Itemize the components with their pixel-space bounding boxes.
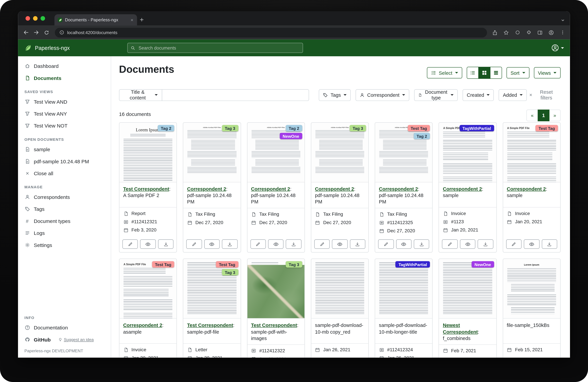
pagination-page-1-button[interactable]: 1	[538, 110, 549, 121]
search-input[interactable]	[138, 45, 300, 51]
bookmark-star-icon[interactable]	[502, 27, 511, 38]
added-filter-button[interactable]: Added	[499, 89, 527, 101]
download-button[interactable]	[222, 240, 237, 249]
tag-badge[interactable]: Tag 2	[414, 133, 430, 139]
user-menu[interactable]	[551, 44, 564, 52]
download-button[interactable]	[350, 240, 365, 249]
correspondent-link[interactable]: Correspondent 2	[315, 186, 354, 192]
correspondent-link[interactable]: Correspondent 2	[187, 186, 226, 192]
zoom-window-button[interactable]	[41, 16, 45, 21]
tag-badge[interactable]: Tag 3	[222, 269, 238, 276]
download-button[interactable]	[286, 240, 302, 249]
tag-badge[interactable]: Test Tag	[216, 261, 238, 268]
correspondent-link[interactable]: Correspondent 2	[251, 186, 290, 192]
sidebar-item-close-all[interactable]: Close all	[18, 167, 111, 179]
sidebar-item-github[interactable]: GitHub Suggest an idea	[18, 334, 111, 345]
site-info-icon[interactable]	[59, 30, 64, 35]
sidebar-item-open-document-sample[interactable]: sample	[18, 143, 111, 155]
created-filter-button[interactable]: Created	[462, 89, 494, 101]
forward-icon[interactable]	[31, 27, 41, 38]
menu-kebab-icon[interactable]	[558, 27, 567, 38]
view-button[interactable]	[140, 240, 156, 249]
document-title-text[interactable]: sample-pdf-download-10-mb copy_red	[315, 322, 363, 335]
download-button[interactable]	[414, 240, 429, 249]
view-button[interactable]	[268, 240, 284, 249]
views-button[interactable]: Views	[534, 67, 561, 79]
back-icon[interactable]	[21, 27, 31, 38]
sidebar-item-tags[interactable]: Tags	[18, 203, 111, 215]
browser-tab[interactable]: Documents - Paperless-ngx	[54, 14, 137, 25]
close-window-button[interactable]	[25, 16, 30, 21]
edit-button[interactable]	[187, 240, 202, 249]
correspondent-link[interactable]: Correspondent 2	[507, 186, 546, 192]
sidebar-item-open-document-pdf-sample[interactable]: pdf-sample 10.24.48 PM	[18, 155, 111, 167]
correspondent-link[interactable]: Test Correspondent	[187, 322, 233, 328]
title-content-input[interactable]	[162, 89, 309, 101]
view-detail-button[interactable]	[490, 67, 502, 79]
sidebar-item-test-view-any[interactable]: Test View ANY	[18, 108, 111, 120]
document-thumbnail[interactable]: Lorem ipsum	[503, 259, 560, 319]
tag-badge[interactable]: Tag 2	[286, 125, 302, 131]
edit-button[interactable]	[442, 240, 458, 249]
document-type-filter-button[interactable]: Document type	[414, 89, 458, 101]
circle-icon[interactable]	[513, 27, 522, 38]
view-button[interactable]	[524, 240, 539, 249]
document-title-text[interactable]: sample-pdf-download-10-mb-longer-title	[379, 322, 427, 335]
document-thumbnail[interactable]: A Simple PDF FileTest Tag	[119, 259, 176, 319]
tab-close-icon[interactable]	[130, 18, 134, 21]
view-list-button[interactable]	[467, 67, 479, 79]
correspondent-link[interactable]: Correspondent 2	[443, 186, 482, 192]
tag-badge[interactable]: Test Tag	[152, 261, 174, 268]
correspondent-link[interactable]: Newest Correspondent	[443, 322, 478, 335]
document-thumbnail[interactable]: Adobe Acrobat PDF FilesTag 3	[183, 123, 241, 182]
download-button[interactable]	[158, 240, 174, 249]
sidebar-item-test-view-and[interactable]: Test View AND	[18, 96, 111, 108]
tab-search-chevron-icon[interactable]	[561, 18, 565, 22]
document-thumbnail[interactable]	[311, 259, 368, 319]
correspondent-link[interactable]: Correspondent 2	[123, 322, 162, 328]
new-tab-button[interactable]	[138, 16, 146, 24]
correspondent-link[interactable]: Test Correspondent	[251, 322, 297, 328]
sidebar-item-correspondents[interactable]: Correspondents	[18, 191, 111, 203]
view-button[interactable]	[204, 240, 220, 249]
tag-badge[interactable]: Test Tag	[408, 125, 430, 131]
document-title-text[interactable]: file-sample_150kBs	[507, 322, 549, 328]
correspondent-link[interactable]: Correspondent 2	[379, 186, 418, 192]
tag-badge[interactable]: Tag 2	[158, 125, 174, 131]
document-thumbnail[interactable]: A Simple PDF FileTagWithPartial	[439, 123, 496, 182]
document-thumbnail[interactable]: NewOne	[439, 259, 496, 319]
tags-filter-button[interactable]: Tags	[319, 89, 351, 101]
reload-icon[interactable]	[41, 27, 51, 38]
document-thumbnail[interactable]: Adobe Acrobat PDF FilesTest TagTag 2	[375, 123, 432, 182]
correspondent-filter-button[interactable]: Correspondent	[356, 89, 409, 101]
download-button[interactable]	[542, 240, 557, 249]
suggest-an-idea-link[interactable]: Suggest an idea	[58, 337, 94, 342]
side-panel-icon[interactable]	[535, 27, 545, 38]
reset-filters-button[interactable]: Reset filters	[527, 89, 561, 101]
sidebar-item-logs[interactable]: Logs	[18, 227, 111, 239]
share-icon[interactable]	[490, 27, 499, 38]
edit-button[interactable]	[122, 240, 138, 249]
edit-button[interactable]	[250, 240, 266, 249]
tag-badge[interactable]: NewOne	[471, 261, 494, 268]
tag-badge[interactable]: Test Tag	[536, 125, 558, 131]
sort-button[interactable]: Sort	[506, 67, 529, 79]
sidebar-item-documentation[interactable]: Documentation	[18, 322, 111, 333]
pagination-prev-button[interactable]: «	[526, 110, 538, 121]
global-search[interactable]	[127, 43, 303, 53]
view-button[interactable]	[396, 240, 412, 249]
tag-badge[interactable]: NewOne	[280, 133, 302, 139]
tag-badge[interactable]: TagWithPartial	[460, 125, 494, 131]
sidebar-item-document-types[interactable]: # Document types	[18, 215, 111, 227]
view-button[interactable]	[460, 240, 476, 249]
title-content-dropdown[interactable]: Title & content	[119, 89, 162, 101]
document-thumbnail[interactable]: Tag 3	[247, 259, 304, 319]
tag-badge[interactable]: Tag 3	[350, 125, 366, 131]
edit-button[interactable]	[506, 240, 522, 249]
profile-avatar-icon[interactable]	[547, 27, 556, 38]
sidebar-item-dashboard[interactable]: Dashboard	[18, 60, 111, 72]
edit-button[interactable]	[378, 240, 394, 249]
view-button[interactable]	[332, 240, 348, 249]
view-grid-button[interactable]	[478, 67, 490, 79]
sidebar-item-settings[interactable]: Settings	[18, 239, 111, 251]
